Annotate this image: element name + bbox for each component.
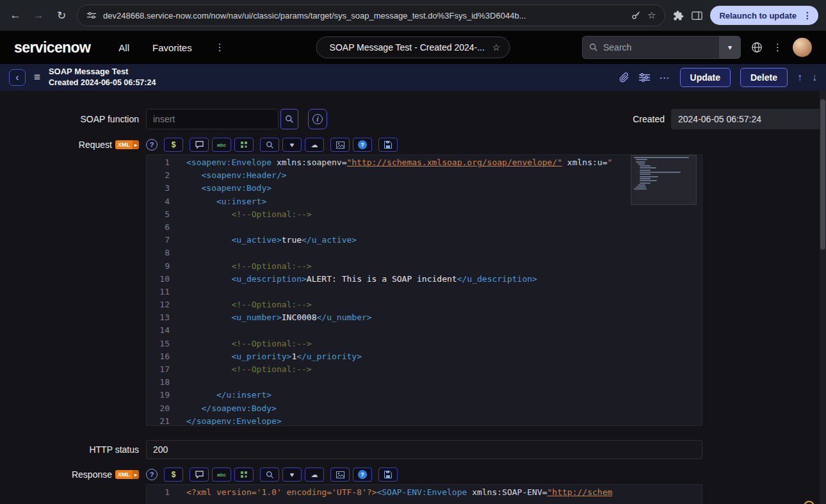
editor-help-button[interactable]: ?	[353, 467, 372, 482]
side-panel-icon[interactable]	[692, 11, 702, 20]
syntax-check-button[interactable]	[234, 467, 254, 482]
site-controls-icon[interactable]	[86, 11, 97, 20]
relaunch-label: Relaunch to update	[719, 11, 797, 20]
request-help-icon[interactable]: ?	[146, 139, 158, 150]
preview-button[interactable]	[330, 467, 350, 482]
request-toolbar-row: Request XML ▸ ? $ abc	[0, 137, 826, 152]
uncomment-code-button[interactable]: abc	[212, 138, 231, 152]
avatar[interactable]	[793, 38, 812, 57]
context-record-pill[interactable]: SOAP Message Test - Created 2024-... ☆	[316, 37, 510, 58]
created-label: Created	[633, 114, 671, 124]
browser-back-icon[interactable]: ←	[8, 9, 23, 22]
nav-more-icon[interactable]: ⋮	[215, 42, 225, 53]
created-input[interactable]	[671, 109, 826, 129]
more-actions-icon[interactable]: ⋯	[660, 72, 670, 84]
personalize-form-icon[interactable]	[639, 73, 650, 82]
favorite-snippet-button[interactable]: ♥	[282, 138, 302, 152]
floppy-disk-icon	[384, 471, 392, 478]
url-bar[interactable]: dev248668.service-now.com/now/nav/ui/cla…	[77, 4, 665, 26]
request-editor[interactable]: 123456789101112131415161718192021 <soape…	[146, 154, 702, 426]
search-icon	[589, 43, 598, 52]
servicenow-logo[interactable]: servicenow	[14, 39, 90, 56]
browser-menu-icon[interactable]: ⋮	[800, 10, 814, 20]
save-button[interactable]	[378, 138, 398, 152]
form-header-actions: ⋯ Update Delete ↑ ↓	[619, 68, 817, 87]
header-more-icon[interactable]: ⋮	[773, 42, 782, 53]
reference-info-button[interactable]: i	[308, 109, 327, 129]
response-editor-code[interactable]: <?xml version='1.0' encoding='UTF-8'?><S…	[179, 485, 702, 504]
request-label: Request	[79, 140, 112, 150]
request-editor-code[interactable]: <soapenv:Envelope xmlns:soapenv="http://…	[179, 155, 702, 425]
back-button[interactable]: ‹	[9, 69, 26, 86]
soap-function-input[interactable]	[146, 109, 279, 129]
browser-reload-icon[interactable]: ↻	[54, 9, 69, 22]
format-code-button[interactable]: $	[164, 138, 183, 152]
form-context-menu-icon[interactable]: ≡	[34, 71, 40, 84]
heart-icon: ♥	[290, 471, 295, 478]
cloud-sync-button[interactable]: ☁	[305, 467, 324, 482]
search-box[interactable]	[582, 36, 719, 59]
comment-code-button[interactable]	[190, 138, 209, 152]
reference-lookup-button[interactable]	[280, 109, 298, 129]
uncomment-code-button[interactable]: abc	[212, 467, 231, 482]
delete-button[interactable]: Delete	[740, 68, 788, 87]
comment-bubble-icon	[195, 471, 204, 478]
form-subtitle: Created 2024-06-05 06:57:24	[49, 77, 156, 88]
xml-badge-label: XML	[115, 140, 133, 149]
header-actions: ▾ ⋮	[582, 36, 812, 59]
search-input[interactable]	[603, 42, 699, 53]
cloud-sync-button[interactable]: ☁	[305, 138, 324, 152]
search-replace-button[interactable]	[260, 138, 279, 152]
paperclip-icon[interactable]	[619, 72, 629, 83]
format-code-button[interactable]: $	[164, 467, 183, 482]
floppy-disk-icon	[384, 141, 392, 149]
help-icon: ?	[358, 470, 367, 479]
response-xml-badge[interactable]: XML ▸	[115, 470, 139, 479]
url-text: dev248668.service-now.com/now/nav/ui/cla…	[103, 11, 624, 20]
globe-icon[interactable]	[751, 42, 763, 53]
response-label-group: Response XML ▸	[0, 469, 146, 480]
relaunch-button[interactable]: Relaunch to update ⋮	[710, 6, 818, 25]
form-header: ‹ ≡ SOAP Message Test Created 2024-06-05…	[0, 64, 826, 91]
scrollbar-thumb[interactable]	[820, 99, 825, 250]
next-record-icon[interactable]: ↓	[812, 72, 817, 83]
favorite-snippet-button[interactable]: ♥	[282, 467, 302, 482]
soap-function-label: SOAP function	[0, 114, 146, 124]
page-scrollbar[interactable]	[820, 91, 826, 504]
update-button[interactable]: Update	[680, 68, 731, 87]
response-help-icon[interactable]: ?	[146, 469, 158, 480]
previous-record-icon[interactable]: ↑	[797, 72, 802, 83]
image-icon	[336, 142, 344, 149]
request-xml-badge[interactable]: XML ▸	[115, 140, 139, 149]
syntax-check-button[interactable]	[234, 138, 254, 152]
xml-badge-arrow-icon: ▸	[133, 470, 139, 479]
browser-forward-icon[interactable]: →	[31, 9, 46, 22]
nav-favorites[interactable]: Favorites	[152, 42, 192, 53]
bookmark-star-icon[interactable]: ☆	[647, 10, 656, 21]
http-status-row: HTTP status	[0, 440, 826, 459]
xml-badge-arrow-icon: ▸	[133, 140, 139, 149]
http-status-label: HTTP status	[0, 444, 146, 455]
request-label-group: Request XML ▸	[0, 140, 146, 150]
comment-bubble-icon	[195, 141, 204, 149]
request-editor-minimap[interactable]	[634, 157, 693, 191]
browser-actions: Relaunch to update ⋮	[673, 6, 818, 25]
form-title: SOAP Message Test	[49, 67, 156, 77]
preview-button[interactable]	[330, 138, 350, 152]
cloud-icon: ☁	[311, 471, 318, 479]
response-editor-toolbar: ? $ abc ♥ ☁	[146, 467, 404, 482]
scroll-down-indicator[interactable]: ▾	[804, 501, 814, 504]
http-status-input[interactable]	[146, 440, 702, 459]
form-title-block: SOAP Message Test Created 2024-06-05 06:…	[49, 67, 156, 88]
response-editor[interactable]: 1 <?xml version='1.0' encoding='UTF-8'?>…	[146, 484, 702, 504]
favorite-star-icon[interactable]: ☆	[492, 42, 501, 53]
search-replace-button[interactable]	[260, 467, 279, 482]
search-scope-dropdown[interactable]: ▾	[719, 36, 741, 59]
editor-help-button[interactable]: ?	[353, 138, 372, 152]
comment-code-button[interactable]	[190, 467, 209, 482]
created-field-group: Created	[633, 109, 826, 129]
extensions-icon[interactable]	[673, 10, 684, 21]
nav-all[interactable]: All	[118, 42, 129, 53]
passkey-icon[interactable]	[631, 10, 641, 20]
save-button[interactable]	[378, 467, 398, 482]
